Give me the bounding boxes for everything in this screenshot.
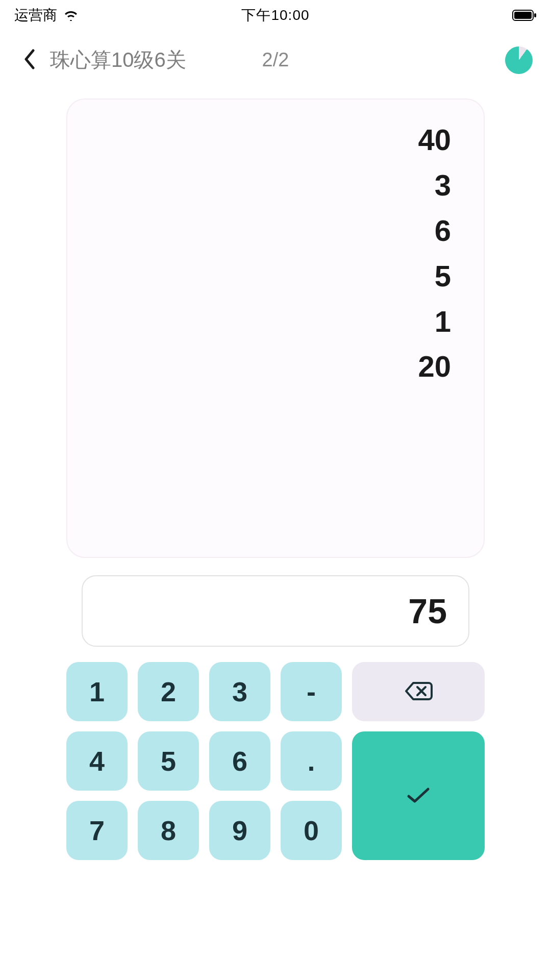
chevron-left-icon xyxy=(23,49,36,71)
key-0[interactable]: 0 xyxy=(281,801,342,860)
check-icon xyxy=(406,780,431,812)
problem-number: 40 xyxy=(418,120,451,160)
key-minus[interactable]: - xyxy=(281,662,342,721)
key-dot[interactable]: . xyxy=(281,731,342,791)
back-button[interactable] xyxy=(18,49,41,71)
wifi-icon xyxy=(63,10,79,21)
key-5[interactable]: 5 xyxy=(138,731,199,791)
backspace-icon xyxy=(404,676,433,707)
problem-numbers: 40 3 6 5 1 20 xyxy=(88,120,451,387)
key-7[interactable]: 7 xyxy=(66,801,128,860)
app-header: 珠心算10级6关 2/2 xyxy=(0,31,551,89)
keypad: 1 2 3 - 4 5 6 . 7 8 9 0 xyxy=(66,662,485,860)
key-submit[interactable] xyxy=(352,731,485,860)
problem-card: 40 3 6 5 1 20 xyxy=(66,99,485,558)
svg-rect-2 xyxy=(534,13,536,17)
problem-number: 3 xyxy=(435,165,451,206)
key-9[interactable]: 9 xyxy=(209,801,270,860)
carrier-label: 运营商 xyxy=(14,6,57,25)
key-2[interactable]: 2 xyxy=(138,662,199,721)
status-bar: 运营商 下午10:00 xyxy=(0,0,551,31)
key-3[interactable]: 3 xyxy=(209,662,270,721)
page-title: 珠心算10级6关 xyxy=(50,46,186,74)
battery-icon xyxy=(512,9,537,21)
answer-value: 75 xyxy=(408,591,447,631)
problem-number: 5 xyxy=(435,256,451,297)
key-4[interactable]: 4 xyxy=(66,731,128,791)
answer-input[interactable]: 75 xyxy=(82,575,469,647)
timer-pie-icon xyxy=(505,46,533,74)
svg-rect-1 xyxy=(514,12,532,19)
key-1[interactable]: 1 xyxy=(66,662,128,721)
problem-number: 6 xyxy=(435,211,451,251)
key-8[interactable]: 8 xyxy=(138,801,199,860)
problem-number: 20 xyxy=(418,347,451,387)
key-6[interactable]: 6 xyxy=(209,731,270,791)
key-backspace[interactable] xyxy=(352,662,485,721)
problem-number: 1 xyxy=(435,302,451,342)
progress-indicator: 2/2 xyxy=(262,49,289,71)
status-time: 下午10:00 xyxy=(241,6,309,25)
